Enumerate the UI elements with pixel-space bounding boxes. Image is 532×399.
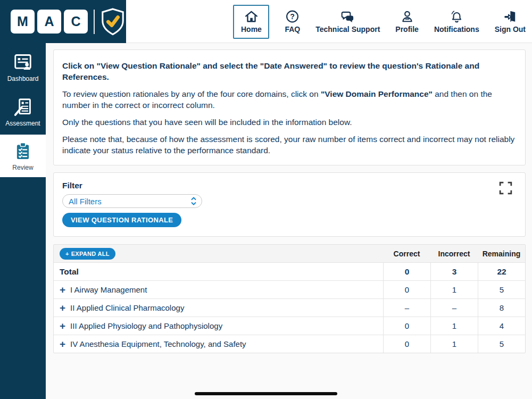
instructions-card: Click on "View Question Rationale" and s… [53, 49, 526, 165]
total-label: Total [54, 263, 383, 280]
total-correct: 0 [383, 263, 430, 280]
table-row-total: Total 0 3 22 [54, 262, 525, 280]
domain-remaining: 5 [478, 335, 525, 353]
nav-sign-out[interactable]: Sign Out [495, 10, 526, 34]
table-row[interactable]: +I Airway Management 0 1 5 [54, 280, 525, 298]
expand-row-plus-icon[interactable]: + [60, 303, 65, 313]
nav-technical-support[interactable]: Technical Support [315, 10, 380, 34]
domain-name: IV Anesthesia Equipment, Technology, and… [70, 339, 246, 348]
door-exit-icon [503, 10, 517, 23]
sidebar-item-dashboard[interactable]: Dashboard [0, 46, 46, 88]
domain-name: III Applied Physiology and Pathophysiolo… [70, 321, 222, 330]
sidebar-item-dashboard-label: Dashboard [7, 75, 39, 82]
nav-home[interactable]: Home [233, 5, 269, 39]
nav-notifications-label: Notifications [434, 25, 479, 34]
domain-incorrect: 1 [430, 317, 478, 335]
nav-profile-label: Profile [395, 25, 419, 34]
main-content: Click on "View Question Rationale" and s… [46, 43, 532, 399]
expand-all-label: EXPAND ALL [71, 251, 110, 257]
view-question-rationale-button[interactable]: VIEW QUESTION RATIONALE [62, 213, 181, 227]
expand-row-plus-icon[interactable]: + [60, 339, 65, 349]
table-header-row: +EXPAND ALL Correct Incorrect Remaining [54, 245, 525, 262]
select-updown-chevron-icon [190, 196, 197, 206]
top-header: M A C Home ? [0, 0, 532, 43]
dashboard-icon [13, 52, 33, 72]
instructions-p2: To review question rationales by any of … [62, 88, 517, 111]
table-row[interactable]: +IV Anesthesia Equipment, Technology, an… [54, 335, 525, 353]
sidebar: Dashboard Assessment [0, 43, 46, 399]
domain-remaining: 5 [478, 281, 525, 298]
person-icon [400, 10, 414, 23]
filter-select[interactable]: All Filters [62, 194, 202, 208]
table-row[interactable]: +III Applied Physiology and Pathophysiol… [54, 317, 525, 335]
table-row[interactable]: +II Applied Clinical Pharmacology – – 8 [54, 298, 525, 317]
home-indicator-bar[interactable] [195, 392, 337, 395]
nav-sign-out-label: Sign Out [495, 25, 526, 34]
domain-name: II Applied Clinical Pharmacology [70, 303, 184, 312]
total-incorrect: 3 [430, 263, 478, 280]
expand-row-plus-icon[interactable]: + [60, 285, 65, 295]
app-window: M A C Home ? [0, 0, 532, 399]
domain-correct: 0 [383, 281, 430, 298]
svg-text:?: ? [290, 12, 295, 21]
domain-incorrect: 1 [430, 281, 478, 298]
instructions-p3: Only the questions that you have seen wi… [62, 117, 517, 128]
sidebar-item-review[interactable]: Review [0, 135, 46, 177]
assessment-icon [13, 97, 33, 117]
domain-incorrect: 1 [430, 335, 478, 353]
domain-correct: 0 [383, 335, 430, 353]
sidebar-item-assessment[interactable]: Assessment [0, 91, 46, 132]
filter-selected-value: All Filters [69, 197, 102, 206]
top-nav: Home ? FAQ Technical Support [233, 0, 526, 43]
shield-check-icon [99, 7, 126, 37]
logo-divider [94, 10, 95, 34]
column-header-correct: Correct [383, 245, 430, 262]
nav-profile[interactable]: Profile [395, 10, 419, 34]
domain-correct: – [383, 299, 430, 317]
logo-letter-m: M [11, 10, 35, 34]
domain-correct: 0 [383, 317, 430, 335]
column-header-remaining: Remaining [478, 245, 525, 262]
domain-remaining: 8 [478, 299, 525, 317]
home-icon [244, 10, 259, 23]
column-header-incorrect: Incorrect [430, 245, 478, 262]
nav-faq[interactable]: ? FAQ [285, 10, 300, 34]
logo-letter-c: C [64, 10, 88, 34]
nav-technical-support-label: Technical Support [315, 25, 380, 34]
domain-incorrect: – [430, 299, 478, 317]
chat-bubbles-icon [340, 10, 355, 23]
domain-name: I Airway Management [70, 285, 147, 294]
domain-remaining: 4 [478, 317, 525, 335]
instructions-p2-prefix: To review question rationales by any of … [62, 89, 321, 98]
filter-label: Filter [62, 181, 517, 190]
expand-row-plus-icon[interactable]: + [60, 321, 65, 331]
nav-faq-label: FAQ [285, 25, 300, 34]
logo-letters: M A C [11, 10, 88, 34]
bell-icon [450, 10, 464, 23]
mac-logo: M A C [0, 0, 126, 43]
review-clipboard-icon [13, 141, 33, 161]
plus-icon: + [65, 251, 69, 257]
fullscreen-expand-icon[interactable] [498, 181, 513, 195]
domain-performance-table: +EXPAND ALL Correct Incorrect Remaining … [53, 244, 526, 353]
question-circle-icon: ? [285, 10, 300, 23]
filter-card: Filter All Filters VIEW QUESTION RATIONA… [53, 172, 526, 237]
instructions-p2-bold: "View Domain Performance" [321, 89, 433, 98]
instructions-p1: Click on "View Question Rationale" and s… [62, 61, 479, 81]
nav-home-label: Home [241, 25, 262, 34]
total-remaining: 22 [478, 263, 525, 280]
nav-notifications[interactable]: Notifications [434, 10, 479, 34]
sidebar-item-assessment-label: Assessment [5, 120, 40, 127]
logo-letter-a: A [37, 10, 61, 34]
expand-all-button[interactable]: +EXPAND ALL [60, 248, 115, 260]
instructions-p4: Please note that, because of how the ass… [62, 134, 517, 156]
sidebar-item-review-label: Review [12, 164, 33, 171]
